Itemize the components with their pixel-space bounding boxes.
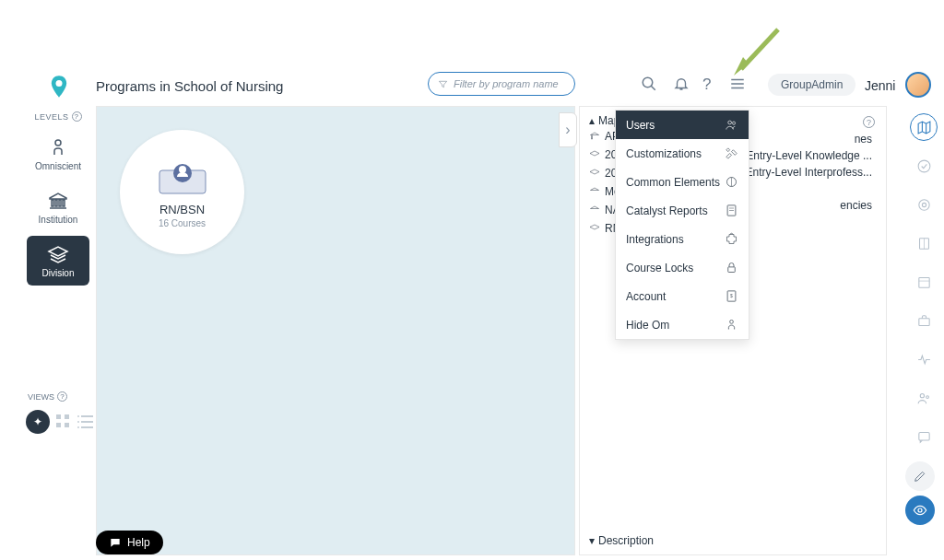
menu-item-customizations[interactable]: Customizations: [616, 139, 749, 168]
svg-point-44: [918, 508, 922, 512]
svg-point-16: [77, 415, 79, 417]
person-icon: [725, 318, 738, 332]
avatar[interactable]: [905, 72, 931, 98]
right-rail: [908, 106, 939, 450]
view-toggle-radial[interactable]: ✦: [26, 410, 50, 434]
notifications-icon[interactable]: [673, 76, 690, 96]
lock-icon: [725, 261, 738, 274]
menu-item-users[interactable]: Users: [616, 111, 749, 139]
app-logo[interactable]: [46, 74, 72, 99]
svg-point-32: [730, 321, 734, 324]
report-icon: [725, 204, 738, 217]
program-title: RN/BSN: [159, 203, 205, 216]
edit-button[interactable]: [905, 461, 935, 491]
view-toggle-grid[interactable]: [55, 414, 72, 430]
svg-rect-43: [918, 432, 928, 440]
rail-activity-icon[interactable]: [910, 345, 938, 373]
svg-point-18: [77, 426, 79, 428]
puzzle-icon: [725, 232, 738, 246]
rail-book-icon[interactable]: [910, 229, 938, 257]
program-illustration-icon: [155, 157, 210, 198]
sidebar-item-institution[interactable]: Institution: [27, 182, 89, 232]
svg-point-42: [926, 395, 928, 398]
svg-rect-11: [56, 423, 61, 427]
svg-point-41: [920, 393, 924, 397]
svg-point-35: [922, 203, 926, 206]
svg-rect-40: [918, 318, 928, 325]
rail-briefcase-icon[interactable]: [910, 307, 938, 334]
svg-point-21: [179, 166, 186, 173]
sidebar-levels-header: LEVELS?: [34, 111, 81, 122]
help-icon[interactable]: ?: [702, 76, 711, 94]
view-button[interactable]: [905, 496, 935, 525]
svg-point-17: [77, 421, 79, 423]
rail-target-icon[interactable]: [910, 191, 938, 218]
svg-point-34: [918, 199, 928, 209]
canvas[interactable]: RN/BSN 16 Courses: [96, 106, 575, 555]
menu-item-integrations[interactable]: Integrations: [616, 225, 749, 253]
svg-rect-9: [56, 414, 61, 419]
filter-placeholder: Filter by program name: [454, 78, 559, 89]
svg-point-1: [643, 77, 653, 88]
svg-point-23: [732, 122, 735, 124]
rail-people-icon[interactable]: [910, 384, 938, 412]
svg-rect-29: [728, 267, 736, 273]
hamburger-dropdown: Users Customizations Common Elements Cat…: [615, 110, 749, 340]
chat-icon: [109, 536, 122, 549]
svg-line-2: [651, 86, 655, 90]
program-subtitle: 16 Courses: [159, 218, 206, 228]
rail-check-icon[interactable]: [910, 152, 938, 180]
svg-text:$: $: [730, 293, 733, 298]
panel-right-text: nes: [855, 133, 872, 146]
panel-description-header[interactable]: ▾ Description: [589, 534, 654, 547]
sidebar-views-header: VIEWS?: [28, 391, 67, 402]
search-icon[interactable]: [641, 76, 657, 96]
sidebar-item-division[interactable]: Division: [27, 236, 89, 286]
annotation-arrow: [732, 25, 787, 76]
program-node[interactable]: RN/BSN 16 Courses: [120, 130, 244, 254]
rail-calendar-icon[interactable]: [910, 268, 938, 296]
svg-rect-12: [65, 423, 69, 427]
menu-item-account[interactable]: Account$: [616, 282, 749, 310]
account-icon: $: [725, 289, 738, 303]
menu-item-common-elements[interactable]: Common Elements: [616, 168, 749, 196]
sidebar-item-omniscient[interactable]: Omniscient: [27, 129, 89, 179]
menu-item-catalyst-reports[interactable]: Catalyst Reports: [616, 196, 749, 225]
svg-rect-38: [918, 277, 928, 287]
menu-item-hide-om[interactable]: Hide Om: [616, 310, 749, 339]
help-button[interactable]: Help: [96, 531, 163, 554]
hamburger-menu-icon[interactable]: [729, 76, 746, 96]
tools-icon: [725, 146, 738, 160]
panel-help-icon[interactable]: ?: [863, 116, 875, 128]
rail-map-icon[interactable]: [910, 113, 938, 141]
nav-label: Institution: [39, 215, 78, 225]
role-badge[interactable]: GroupAdmin: [768, 74, 856, 96]
view-toggle-list[interactable]: [77, 414, 94, 430]
svg-point-22: [728, 121, 732, 124]
nav-label: Division: [41, 268, 74, 278]
svg-rect-10: [65, 414, 69, 419]
collapse-panel-button[interactable]: ›: [559, 112, 577, 147]
svg-point-0: [56, 80, 63, 87]
circle-icon: [725, 175, 738, 189]
page-title: Programs in School of Nursing: [96, 78, 283, 94]
svg-point-8: [55, 140, 61, 146]
nav-label: Omniscient: [35, 161, 81, 171]
users-icon: [725, 118, 738, 132]
filter-input[interactable]: Filter by program name: [428, 72, 575, 96]
user-name: Jenni: [865, 78, 895, 93]
rail-chat-icon[interactable]: [910, 423, 938, 450]
menu-item-course-locks[interactable]: Course Locks: [616, 253, 749, 282]
svg-point-33: [918, 160, 930, 172]
